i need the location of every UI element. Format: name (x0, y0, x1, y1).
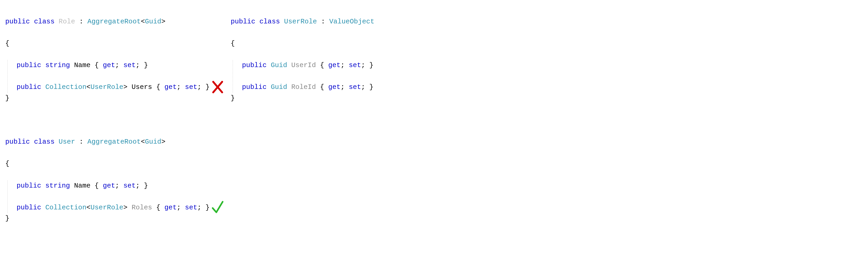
close-brace: } (230, 93, 374, 104)
semi: ; (197, 83, 206, 91)
lt: < (86, 83, 91, 91)
prop-name: UserId (291, 61, 316, 69)
open-brace: { (5, 158, 210, 170)
keyword-public: public (17, 83, 41, 91)
type-string: string (45, 61, 70, 69)
prop-name: Name (74, 61, 90, 69)
keyword-get: get (103, 61, 115, 69)
accessor-close: } (144, 61, 148, 69)
type-guid: Guid (271, 83, 287, 91)
prop-name: Name (74, 182, 90, 190)
accessor-close: } (206, 204, 210, 212)
lt: < (141, 138, 145, 146)
keyword-public: public (242, 61, 267, 69)
accessor-open: { (91, 182, 103, 190)
semi: ; (361, 83, 369, 91)
keyword-public: public (5, 138, 30, 146)
accessor-open: { (316, 83, 328, 91)
keyword-public: public (242, 83, 267, 91)
keyword-class: class (34, 18, 55, 26)
semi: ; (341, 61, 349, 69)
base-type: ValueObject (329, 18, 374, 26)
accessor-close: } (206, 83, 210, 91)
keyword-get: get (164, 204, 177, 212)
colon: : (317, 18, 329, 26)
class-name-user: User (59, 138, 75, 146)
accessor-close: } (144, 182, 148, 190)
keyword-public: public (17, 61, 41, 69)
gt: > (161, 18, 165, 26)
type-userrole: UserRole (91, 204, 123, 212)
semi: ; (115, 61, 123, 69)
keyword-set: set (185, 83, 197, 91)
class-name-role: Role (59, 18, 75, 26)
base-type: AggregateRoot (87, 18, 141, 26)
keyword-set: set (349, 61, 361, 69)
lt: < (86, 204, 91, 212)
blank-line (5, 115, 210, 126)
type-param: Guid (145, 138, 161, 146)
keyword-class: class (34, 138, 55, 146)
colon: : (75, 138, 87, 146)
semi: ; (115, 182, 123, 190)
semi: ; (177, 83, 185, 91)
keyword-public: public (17, 204, 41, 212)
role-body: public string Name { get; set; } public … (7, 60, 210, 93)
gt: > (123, 204, 128, 212)
prop-name: Roles (132, 204, 152, 212)
keyword-public: public (17, 182, 41, 190)
type-param: Guid (145, 18, 161, 26)
close-brace: } (5, 213, 210, 224)
semi: ; (177, 204, 185, 212)
class-userrole-decl: public class UserRole : ValueObject (230, 16, 374, 27)
cross-icon (211, 79, 224, 95)
keyword-set: set (123, 182, 136, 190)
prop-name: RoleId (291, 83, 316, 91)
check-icon (211, 199, 224, 215)
gt: > (123, 83, 128, 91)
keyword-get: get (328, 61, 341, 69)
type-userrole: UserRole (91, 83, 123, 91)
user-body: public string Name { get; set; } public … (7, 181, 210, 213)
open-brace: { (230, 38, 374, 49)
semi: ; (197, 204, 206, 212)
semi: ; (136, 61, 144, 69)
accessor-open: { (152, 204, 164, 212)
type-collection: Collection (45, 204, 86, 212)
user-roles-line: public Collection<UserRole> Roles { get;… (17, 202, 210, 213)
keyword-set: set (185, 204, 197, 212)
type-guid: Guid (271, 61, 287, 69)
keyword-class: class (259, 18, 280, 26)
class-role-decl: public class Role : AggregateRoot<Guid> (5, 16, 210, 27)
base-type: AggregateRoot (87, 138, 141, 146)
type-collection: Collection (45, 83, 86, 91)
keyword-set: set (349, 83, 361, 91)
close-brace: } (5, 93, 210, 104)
role-users-line: public Collection<UserRole> Users { get;… (17, 82, 210, 93)
keyword-get: get (103, 182, 115, 190)
colon: : (75, 18, 87, 26)
type-string: string (45, 182, 70, 190)
semi: ; (361, 61, 369, 69)
gt: > (161, 138, 165, 146)
left-code-column: public class Role : AggregateRoot<Guid> … (5, 5, 210, 235)
keyword-get: get (328, 83, 341, 91)
keyword-public: public (230, 18, 255, 26)
accessor-open: { (91, 61, 103, 69)
lt: < (141, 18, 145, 26)
class-name-userrole: UserRole (284, 18, 317, 26)
accessor-close: } (369, 61, 373, 69)
prop-name: Users (132, 83, 152, 91)
semi: ; (341, 83, 349, 91)
userrole-body: public Guid UserId { get; set; } public … (232, 60, 373, 93)
keyword-set: set (123, 61, 136, 69)
accessor-close: } (369, 83, 373, 91)
open-brace: { (5, 38, 210, 49)
class-user-decl: public class User : AggregateRoot<Guid> (5, 136, 210, 148)
accessor-open: { (316, 61, 328, 69)
right-code-column: public class UserRole : ValueObject { pu… (230, 5, 374, 235)
keyword-get: get (164, 83, 177, 91)
accessor-open: { (152, 83, 164, 91)
semi: ; (136, 182, 144, 190)
keyword-public: public (5, 18, 30, 26)
